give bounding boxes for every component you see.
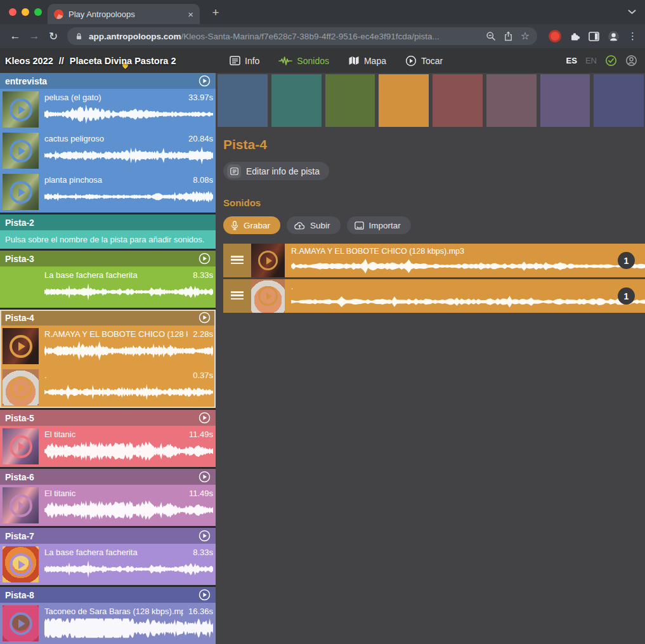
track-play-icon[interactable] bbox=[199, 253, 211, 265]
sound-count-badge: 1 bbox=[618, 252, 635, 269]
clip-row[interactable]: pelusa (el gato) 33.97s bbox=[0, 89, 216, 130]
clip-row[interactable]: La base fachera facherita 8.33s bbox=[0, 266, 216, 308]
sound-row[interactable]: R.AMAYA Y EL BOBOTE CHICO (128 kbps).mp3… bbox=[223, 244, 645, 277]
sound-list: R.AMAYA Y EL BOBOTE CHICO (128 kbps).mp3… bbox=[223, 244, 645, 313]
track-header[interactable]: Pista-6 bbox=[0, 469, 216, 485]
upload-button[interactable]: Subir bbox=[287, 216, 341, 234]
track-header[interactable]: entrevista bbox=[0, 73, 216, 89]
track-header[interactable]: Pista-4 bbox=[0, 310, 216, 325]
clip-play-icon[interactable] bbox=[10, 276, 32, 299]
nav-tocar[interactable]: Tocar bbox=[405, 55, 443, 67]
profile-avatar-icon[interactable] bbox=[608, 30, 620, 43]
track-play-icon[interactable] bbox=[199, 530, 211, 542]
import-button[interactable]: Importar bbox=[347, 216, 411, 234]
clip-row[interactable]: R.AMAYA Y EL BOBOTE CHICO (128 kbps)....… bbox=[0, 325, 216, 367]
close-window-button[interactable] bbox=[9, 8, 16, 16]
sound-play-icon[interactable] bbox=[258, 286, 278, 306]
breadcrumb: Kleos 2022 // Placeta Divina Pastora 2 bbox=[0, 56, 176, 66]
browser-tab[interactable]: Play Antropoloops × bbox=[48, 4, 200, 24]
reload-button[interactable]: ↻ bbox=[44, 27, 62, 45]
track-page-name: Placeta Divina Pastora 2 bbox=[70, 56, 176, 66]
clip-thumbnail bbox=[3, 369, 39, 405]
swatch-track-1[interactable] bbox=[218, 74, 268, 127]
swatch-track-5[interactable] bbox=[433, 74, 483, 127]
nav-info[interactable]: Info bbox=[230, 56, 259, 66]
track-play-icon[interactable] bbox=[199, 75, 211, 87]
swatch-track-2[interactable] bbox=[271, 74, 322, 127]
drag-handle-icon[interactable] bbox=[223, 279, 251, 313]
url-host: app.antropoloops.com bbox=[89, 32, 181, 41]
nav-mapa[interactable]: Mapa bbox=[348, 56, 386, 66]
record-extension-icon[interactable] bbox=[549, 30, 561, 43]
lang-en[interactable]: EN bbox=[585, 56, 597, 65]
clip-play-icon[interactable] bbox=[10, 181, 32, 204]
edit-track-info-button[interactable]: Editar info de pista bbox=[223, 162, 329, 180]
back-button[interactable]: ← bbox=[6, 27, 24, 45]
drag-handle-icon[interactable] bbox=[223, 244, 251, 277]
sound-content[interactable]: R.AMAYA Y EL BOBOTE CHICO (128 kbps).mp3… bbox=[285, 244, 645, 277]
clip-thumbnail bbox=[3, 546, 39, 582]
clip-play-icon[interactable] bbox=[10, 98, 32, 121]
tab-search-chevron-icon[interactable] bbox=[628, 10, 636, 15]
clip-row[interactable]: Taconeo de Sara Baras (128 kbps).mp3 16.… bbox=[0, 603, 216, 644]
track-play-icon[interactable] bbox=[199, 471, 211, 483]
clip-play-icon[interactable] bbox=[10, 612, 32, 635]
track-header[interactable]: Pista-7 bbox=[0, 528, 216, 544]
side-panel-icon[interactable] bbox=[589, 32, 599, 41]
sound-play-icon[interactable] bbox=[258, 251, 278, 270]
breadcrumb-separator: // bbox=[59, 56, 64, 66]
page-title: Pista-4 bbox=[223, 137, 645, 152]
clip-row[interactable]: El titanic 11.49s bbox=[0, 485, 216, 526]
track-play-icon[interactable] bbox=[199, 589, 211, 601]
minimize-window-button[interactable] bbox=[22, 8, 29, 16]
clip-row[interactable]: cactus peligroso 20.84s bbox=[0, 130, 216, 171]
track-pista-3: Pista-3 La base fachera facherita 8 bbox=[0, 251, 216, 308]
clip-play-icon[interactable] bbox=[10, 335, 32, 358]
clip-row[interactable]: planta pinchosa 8.08s bbox=[0, 171, 216, 213]
clip-thumbnail bbox=[3, 328, 39, 364]
zoom-window-button[interactable] bbox=[34, 8, 42, 16]
zoom-out-icon[interactable] bbox=[486, 31, 496, 41]
swatch-track-4-selected[interactable] bbox=[379, 74, 429, 127]
tab-favicon-icon bbox=[54, 10, 63, 19]
project-name: Kleos 2022 bbox=[5, 56, 53, 66]
nav-sonidos[interactable]: Sonidos bbox=[278, 56, 329, 66]
clip-play-icon[interactable] bbox=[10, 553, 32, 576]
sound-row[interactable]: . 1 bbox=[223, 279, 645, 313]
lang-es[interactable]: ES bbox=[566, 56, 577, 65]
clip-play-icon[interactable] bbox=[10, 140, 32, 162]
record-button[interactable]: Grabar bbox=[223, 216, 280, 234]
browser-menu-icon[interactable]: ⋮ bbox=[628, 30, 637, 42]
clip-play-icon[interactable] bbox=[10, 435, 32, 458]
new-tab-button[interactable]: + bbox=[207, 4, 224, 21]
swatch-track-6[interactable] bbox=[486, 74, 537, 127]
swatch-track-3[interactable] bbox=[325, 74, 375, 127]
track-header[interactable]: Pista-3 bbox=[0, 251, 216, 266]
track-play-icon[interactable] bbox=[199, 312, 211, 324]
clip-play-icon[interactable] bbox=[10, 376, 32, 399]
track-header[interactable]: Pista-2 bbox=[0, 214, 216, 230]
sound-content[interactable]: . 1 bbox=[285, 279, 645, 313]
status-check-icon[interactable] bbox=[605, 55, 617, 67]
track-play-icon[interactable] bbox=[199, 412, 211, 424]
track-header[interactable]: Pista-8 bbox=[0, 587, 216, 603]
swatch-track-8[interactable] bbox=[594, 74, 644, 127]
swatch-track-7[interactable] bbox=[540, 74, 590, 127]
track-header[interactable]: Pista-5 bbox=[0, 410, 216, 426]
share-icon[interactable] bbox=[504, 31, 513, 41]
clip-row[interactable]: El titanic 11.49s bbox=[0, 426, 216, 467]
bookmark-star-icon[interactable]: ☆ bbox=[521, 31, 530, 41]
cloud-upload-icon bbox=[294, 221, 305, 230]
clip-play-icon[interactable] bbox=[10, 494, 32, 517]
account-icon[interactable] bbox=[625, 55, 637, 67]
clip-row[interactable]: La base fachera facherita 8.33s bbox=[0, 544, 216, 585]
forward-button[interactable]: → bbox=[25, 27, 43, 45]
project-banner[interactable]: Kleos 2022 // Placeta Divina Pastora 2 bbox=[0, 48, 216, 73]
sound-actions: Grabar Subir bbox=[223, 216, 645, 234]
tab-close-icon[interactable]: × bbox=[188, 10, 193, 19]
clip-row[interactable]: . 0.37s bbox=[0, 367, 216, 408]
extensions-puzzle-icon[interactable] bbox=[570, 31, 580, 42]
tracks-sidebar: entrevista pelusa (el gato) 33.97s bbox=[0, 73, 216, 644]
track-detail-panel: Pista-4 Editar info de pista Sonidos bbox=[216, 73, 645, 644]
address-bar[interactable]: app.antropoloops.com/Kleos-Santa-Marina/… bbox=[67, 27, 537, 45]
